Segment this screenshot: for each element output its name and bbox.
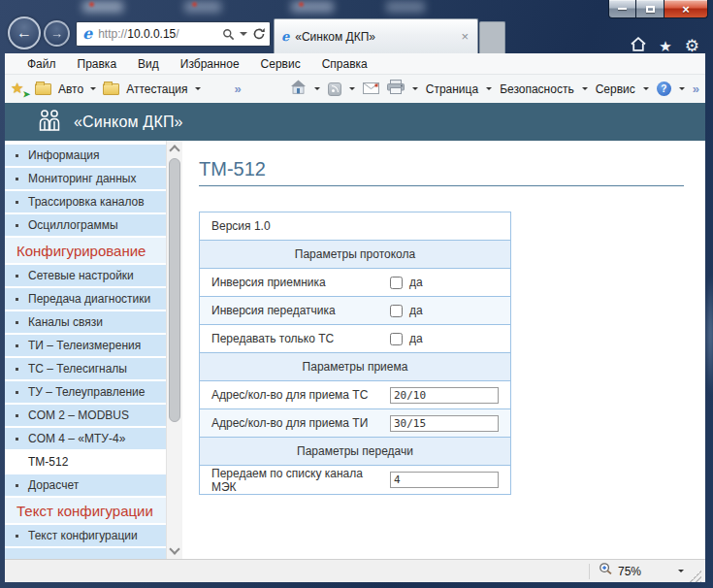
app-title: «Синком ДКП»: [74, 114, 183, 131]
add-favorite-icon[interactable]: ★➤: [11, 82, 28, 97]
zoom-magnifier-icon[interactable]: [599, 562, 613, 580]
sidebar-item[interactable]: Мониторинг данных: [5, 168, 166, 189]
tab-close-icon[interactable]: ×: [459, 30, 470, 43]
ie-logo-icon: e: [82, 26, 92, 42]
config-table: Версия 1.0Параметры протоколаИнверсия пр…: [199, 212, 511, 495]
sidebar-section-header: Конфигурирование: [5, 238, 166, 263]
browser-tab[interactable]: e «Синком ДКП» ×: [274, 18, 478, 53]
chevron-down-icon[interactable]: [486, 87, 492, 90]
tab-title: «Синком ДКП»: [295, 30, 459, 44]
search-icon[interactable]: [222, 28, 235, 41]
maximize-button[interactable]: [636, 0, 664, 18]
table-row: Адрес/кол-во для приема ТИ: [200, 409, 510, 438]
close-button[interactable]: ×: [664, 0, 708, 18]
titlebar-blur: [89, 2, 94, 7]
chevron-down-icon[interactable]: [349, 87, 355, 90]
sidebar-item[interactable]: COM 2 – MODBUS: [5, 405, 166, 426]
table-section-header: Параметры передачи: [200, 438, 510, 466]
zoom-level[interactable]: 75%: [618, 565, 641, 578]
sidebar-item[interactable]: ТИ – Телеизмерения: [5, 335, 166, 356]
scroll-down-icon[interactable]: [169, 543, 179, 554]
row-label: Инверсия передатчика: [200, 304, 390, 317]
sidebar-item[interactable]: COM 4 – «МТУ-4»: [5, 428, 166, 449]
sidebar-menu: ИнформацияМониторинг данныхТрассировка к…: [5, 141, 166, 559]
home-icon[interactable]: [631, 37, 646, 55]
sidebar-item[interactable]: ТС – Телесигналы: [5, 358, 166, 379]
back-button[interactable]: ←: [8, 16, 41, 49]
row-text-input[interactable]: [390, 415, 499, 432]
read-mail-icon[interactable]: [363, 81, 379, 98]
sidebar-item[interactable]: Текст конфигурации: [5, 525, 166, 546]
table-row: Инверсия приемникада: [200, 269, 510, 297]
sidebar-item[interactable]: Дорасчет: [5, 474, 166, 496]
sidebar-item[interactable]: Каналы связи: [5, 311, 166, 333]
forward-button[interactable]: →: [44, 20, 70, 47]
chevron-down-icon[interactable]: [195, 87, 201, 90]
page-menu-button[interactable]: Страница: [426, 82, 478, 96]
titlebar-blur: [82, 1, 123, 13]
command-bar: ★➤ Авто Аттестация »: [5, 75, 705, 103]
menu-item[interactable]: Файл: [16, 55, 67, 73]
table-row: Передаем по списку канала МЭК: [200, 466, 510, 494]
menu-item[interactable]: Справка: [311, 55, 378, 73]
folder-icon: [35, 83, 51, 95]
menu-item[interactable]: Вид: [127, 55, 170, 73]
chevron-down-icon[interactable]: [643, 87, 649, 90]
search-dropdown-caret-icon[interactable]: [240, 32, 247, 36]
row-text-input[interactable]: [390, 472, 499, 488]
new-tab-button[interactable]: [479, 21, 505, 53]
scrollbar-thumb[interactable]: [169, 158, 180, 422]
chevron-down-icon[interactable]: [412, 87, 418, 90]
favorites-folder-auto[interactable]: Авто: [58, 82, 83, 96]
command-overflow-chevron[interactable]: »: [693, 82, 699, 96]
sidebar-scrollbar[interactable]: [166, 141, 182, 559]
row-text-input[interactable]: [390, 387, 499, 404]
chevron-down-icon[interactable]: [679, 87, 685, 90]
close-icon: ×: [682, 3, 690, 16]
tools-menu-button[interactable]: Сервис: [596, 82, 635, 96]
sidebar-item[interactable]: Информация: [5, 145, 166, 166]
resize-grip[interactable]: [690, 571, 701, 582]
app-header: «Синком ДКП»: [5, 103, 705, 141]
scroll-up-icon[interactable]: [169, 145, 179, 155]
address-bar[interactable]: e http://10.0.0.15/: [76, 21, 271, 47]
menu-item[interactable]: Правка: [67, 55, 128, 73]
refresh-icon[interactable]: [252, 27, 266, 41]
minimize-icon: [618, 8, 627, 10]
table-row: Инверсия передатчикада: [200, 297, 510, 325]
row-label: Адрес/кол-во для приема ТС: [200, 388, 390, 402]
row-checkbox[interactable]: [390, 277, 403, 289]
table-section-header: Параметры приема: [200, 353, 510, 381]
sidebar-item[interactable]: Осциллограммы: [5, 214, 166, 236]
maximize-icon: [646, 6, 655, 13]
settings-gear-icon[interactable]: ⚙: [685, 38, 699, 54]
print-icon[interactable]: [387, 80, 405, 98]
help-icon[interactable]: ?: [657, 82, 671, 96]
rss-feed-icon[interactable]: [328, 82, 341, 96]
favorites-overflow-chevron[interactable]: »: [235, 82, 242, 96]
app-logo-people-icon: [37, 109, 62, 136]
menu-item[interactable]: Сервис: [250, 55, 311, 73]
favorites-star-icon[interactable]: ★: [659, 39, 671, 53]
security-menu-button[interactable]: Безопасность: [500, 82, 574, 96]
sidebar-section-header: Текст конфигурации: [5, 498, 166, 523]
checkbox-label: да: [409, 276, 423, 289]
sidebar-item[interactable]: Сетевые настройки: [5, 265, 166, 286]
chevron-down-icon[interactable]: [582, 87, 588, 90]
url-text: http://10.0.0.15/: [98, 27, 217, 41]
zoom-dropdown-caret-icon[interactable]: [678, 570, 684, 572]
favorites-folder-attestation[interactable]: Аттестация: [126, 82, 187, 96]
sidebar-item[interactable]: ТМ-512: [5, 451, 166, 473]
row-label: Адрес/кол-во для приема ТИ: [200, 416, 390, 430]
sidebar-filler: [5, 548, 166, 559]
sidebar-item[interactable]: Передача диагностики: [5, 288, 166, 310]
chevron-down-icon[interactable]: [90, 87, 96, 90]
home-page-icon[interactable]: [290, 80, 307, 98]
sidebar-item[interactable]: ТУ – Телеуправление: [5, 381, 166, 403]
row-checkbox[interactable]: [390, 333, 403, 345]
sidebar-item[interactable]: Трассировка каналов: [5, 191, 166, 212]
menu-item[interactable]: Избранное: [170, 55, 250, 73]
minimize-button[interactable]: [608, 0, 636, 18]
row-checkbox[interactable]: [390, 305, 403, 317]
chevron-down-icon[interactable]: [314, 87, 320, 90]
